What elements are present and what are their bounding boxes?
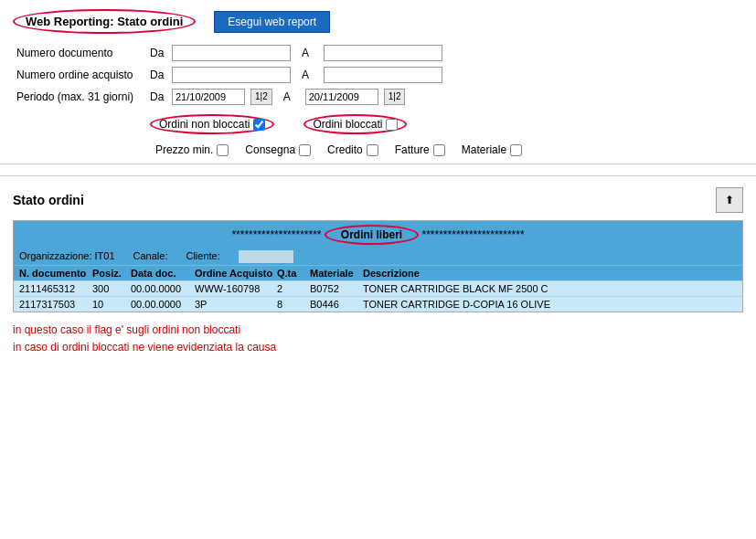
col-ordine: Ordine Acquisto (195, 268, 277, 279)
stato-section: Stato ordini ⬆ ********************* Ord… (0, 187, 756, 369)
stars-right: ************************ (422, 228, 525, 241)
header-section: Web Reporting: Stato ordini Esegui web r… (0, 0, 756, 164)
col-ndoc: N. documento (19, 268, 92, 279)
info-text-block: in questo caso il flag e' sugli ordini n… (13, 322, 743, 356)
table-column-headers: N. documento Posiz. Data doc. Ordine Acq… (14, 265, 742, 280)
stato-header: Stato ordini ⬆ (13, 187, 743, 213)
ordini-non-bloccati-label: Ordini non bloccati (159, 118, 250, 131)
numdoc-label: Numero documento (16, 47, 144, 59)
form-row-periodo: Periodo (max. 31 giorni) Da 1|2 A 1|2 (16, 89, 740, 105)
results-table: ********************* Ordini liberi ****… (13, 220, 743, 312)
page-title: Web Reporting: Stato ordini (13, 9, 196, 34)
col-desc: Descrizione (363, 268, 737, 279)
ordini-liberi-oval: Ordini liberi (325, 225, 419, 245)
cliente-value (239, 250, 293, 263)
da-label-2: Da (150, 69, 166, 81)
prezzo-min-label: Prezzo min. (155, 143, 213, 156)
cal-to-button[interactable]: 1|2 (384, 89, 406, 105)
ordini-non-bloccati-checkbox[interactable] (253, 119, 265, 131)
col-mat: Materiale (310, 268, 363, 279)
upload-icon-button[interactable]: ⬆ (716, 187, 743, 213)
materiale-item: Materiale (462, 143, 522, 156)
da-label-1: Da (150, 47, 166, 59)
canale-label: Canale: (133, 250, 168, 263)
periodo-label: Periodo (max. 31 giorni) (16, 90, 144, 103)
a-label-3: A (283, 90, 300, 103)
form-row-checkboxes1: Ordini non bloccati Ordini bloccati (16, 114, 740, 134)
date-to-input[interactable] (305, 89, 378, 105)
col-posiz: Posiz. (92, 268, 131, 279)
row2-mat: B0446 (310, 299, 363, 310)
ordini-non-bloccati-oval: Ordini non bloccati (150, 114, 274, 134)
upload-arrow-icon: ⬆ (725, 194, 734, 206)
ordini-bloccati-checkbox[interactable] (386, 119, 398, 131)
form-row-ordine: Numero ordine acquisto Da A (16, 67, 740, 83)
fatture-item: Fatture (395, 143, 445, 156)
info-line1: in questo caso il flag e' sugli ordini n… (13, 322, 743, 339)
run-report-button[interactable]: Esegui web report (214, 11, 330, 33)
ordine-label: Numero ordine acquisto (16, 69, 144, 81)
row1-qta: 2 (277, 283, 310, 294)
a-label-1: A (302, 47, 318, 59)
info-line2: in caso di ordini bloccati ne viene evid… (13, 339, 743, 356)
row1-posiz: 300 (92, 283, 131, 294)
form-grid: Numero documento Da A Numero ordine acqu… (13, 45, 743, 156)
section-divider (0, 175, 756, 176)
sub-check-row: Prezzo min. Consegna Credito Fatture Mat… (16, 143, 740, 156)
org-row: Organizzazione: IT01 Canale: Cliente: (14, 248, 742, 265)
row2-ndoc: 2117317503 (19, 299, 92, 310)
cliente-label: Cliente: (186, 250, 219, 263)
fatture-checkbox[interactable] (433, 144, 445, 156)
materiale-label: Materiale (462, 143, 506, 156)
col-datadoc: Data doc. (131, 268, 195, 279)
credito-item: Credito (327, 143, 378, 156)
ordini-liberi-text: Ordini liberi (341, 228, 402, 241)
prezzo-min-checkbox[interactable] (217, 144, 229, 156)
row1-mat: B0752 (310, 283, 363, 294)
row1-desc: TONER CARTRIDGE BLACK MF 2500 C (363, 283, 737, 294)
ordini-bloccati-label: Ordini bloccati (313, 118, 382, 131)
ordini-bloccati-oval: Ordini bloccati (303, 114, 407, 134)
row1-ordine: WWW-160798 (195, 283, 277, 294)
cal-from-button[interactable]: 1|2 (250, 89, 272, 105)
prezzo-min-item: Prezzo min. (155, 143, 229, 156)
row2-datadoc: 00.00.0000 (131, 299, 195, 310)
org-label: Organizzazione: IT01 (19, 250, 115, 263)
table-row: 2111465312 300 00.00.0000 WWW-160798 2 B… (14, 280, 742, 296)
da-label-3: Da (150, 90, 166, 103)
table-title-row: ********************* Ordini liberi ****… (14, 221, 742, 248)
credito-checkbox[interactable] (367, 144, 378, 156)
row2-ordine: 3P (195, 299, 277, 310)
table-data-rows: 2111465312 300 00.00.0000 WWW-160798 2 B… (14, 280, 742, 312)
header-row: Web Reporting: Stato ordini Esegui web r… (13, 9, 743, 34)
ordine-from-input[interactable] (172, 67, 291, 83)
fatture-label: Fatture (395, 143, 430, 156)
consegna-item: Consegna (245, 143, 311, 156)
stato-title: Stato ordini (13, 193, 84, 207)
stars-left: ********************* (231, 228, 321, 241)
consegna-checkbox[interactable] (299, 144, 311, 156)
a-label-2: A (302, 69, 318, 81)
row1-ndoc: 2111465312 (19, 283, 92, 294)
numdoc-to-input[interactable] (324, 45, 442, 61)
numdoc-from-input[interactable] (172, 45, 291, 61)
credito-label: Credito (327, 143, 363, 156)
row2-qta: 8 (277, 299, 310, 310)
row2-desc: TONER CARTRIDGE D-COPIA 16 OLIVE (363, 299, 737, 310)
materiale-checkbox[interactable] (510, 144, 522, 156)
table-row: 2117317503 10 00.00.0000 3P 8 B0446 TONE… (14, 296, 742, 312)
date-from-input[interactable] (172, 89, 245, 105)
row2-posiz: 10 (92, 299, 131, 310)
row1-datadoc: 00.00.0000 (131, 283, 195, 294)
col-qta: Q.ta (277, 268, 310, 279)
form-row-numdoc: Numero documento Da A (16, 45, 740, 61)
consegna-label: Consegna (245, 143, 295, 156)
ordine-to-input[interactable] (324, 67, 442, 83)
